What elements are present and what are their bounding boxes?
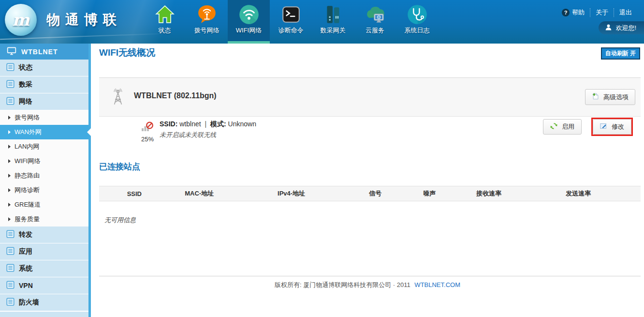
tab-status[interactable]: 状态	[144, 0, 186, 44]
list-icon	[6, 230, 15, 240]
footer-link[interactable]: WTBLNET.COM	[414, 281, 460, 288]
advanced-options-button[interactable]: 高级选项	[585, 89, 635, 105]
sidebar: WTBLNET 状态 数采 网络 拨号网络 WAN外网 LAN内网 WIF	[0, 44, 91, 317]
brand-logo: m 物通博联	[5, 4, 122, 36]
ssid-label: SSID:	[160, 120, 177, 128]
tab-wifi-network[interactable]: WIFI网络	[228, 0, 270, 44]
no-signal-icon	[141, 121, 154, 132]
router-admin-page: m 物通博联 状态 拨号网络 WIFI网络	[0, 0, 644, 317]
device-name: WTBLNET	[21, 48, 58, 56]
caret-right-icon	[8, 203, 11, 207]
column-ssid: SSID	[99, 190, 170, 197]
user-icon	[605, 24, 612, 32]
sidebar-item-forwarding[interactable]: 转发	[0, 226, 88, 243]
page-title: WIFI无线概况	[99, 46, 155, 59]
sidebar-sub-static-route[interactable]: 静态路由	[0, 168, 88, 183]
tab-diagnostic-command[interactable]: 诊断命令	[270, 0, 312, 44]
about-link[interactable]: 关于	[590, 8, 614, 17]
list-icon	[6, 281, 15, 290]
welcome-text: 欢迎您!	[615, 24, 636, 32]
top-header: m 物通博联 状态 拨号网络 WIFI网络	[0, 0, 644, 44]
sidebar-sub-network-diagnosis[interactable]: 网络诊断	[0, 183, 88, 197]
column-mac: MAC-地址	[170, 189, 229, 198]
refresh-icon	[550, 122, 557, 131]
header-links: ? 帮助 关于 退出	[556, 8, 637, 17]
ssid-value: wtblnet	[179, 120, 201, 128]
sidebar-item-system[interactable]: 系统	[0, 260, 88, 277]
caret-right-icon	[8, 217, 11, 221]
footer: 版权所有: 厦门物通博联网络科技有限公司 · 2011 WTBLNET.COM	[91, 281, 644, 289]
sidebar-item-status[interactable]: 状态	[0, 60, 88, 76]
main-content: WIFI无线概况 自动刷新 开 WTBLNET (802.11bgn) 高级选项	[91, 44, 644, 317]
sidebar-item-applications[interactable]: 应用	[0, 243, 88, 260]
wifi-panel-header: WTBLNET (802.11bgn) 高级选项	[99, 77, 641, 117]
wifi-status-text: 未开启或未关联无线	[160, 131, 216, 139]
sidebar-item-data-acquisition[interactable]: 数采	[0, 76, 88, 93]
modify-button[interactable]: 修改	[593, 119, 631, 135]
tab-data-gateway[interactable]: 数采网关	[312, 0, 354, 44]
sidebar-truncated-item	[0, 311, 88, 317]
enable-button[interactable]: 启用	[543, 119, 582, 135]
wifi-panel-title: WTBLNET (802.11bgn)	[134, 91, 217, 100]
sidebar-sub-lan[interactable]: LAN内网	[0, 139, 88, 154]
sidebar-sub-wifi[interactable]: WIFI网络	[0, 154, 88, 168]
logo-sphere-icon: m	[5, 4, 37, 36]
top-nav-tabs: 状态 拨号网络 WIFI网络 诊断命令	[144, 0, 438, 44]
list-icon	[6, 298, 15, 307]
connected-stations-title: 已连接站点	[99, 161, 140, 172]
ssid-info-line: SSID: wtblnet | 模式: Unknown	[160, 120, 256, 129]
list-icon	[6, 264, 15, 273]
column-signal: 信号	[353, 189, 397, 198]
sidebar-item-vpn[interactable]: VPN	[0, 277, 88, 294]
monitor-icon	[7, 46, 16, 57]
footer-divider	[99, 276, 641, 276]
list-icon	[6, 80, 15, 90]
caret-right-icon	[8, 116, 11, 120]
terminal-icon	[281, 3, 301, 26]
list-icon	[6, 97, 15, 106]
sidebar-sub-wan[interactable]: WAN外网	[0, 125, 88, 139]
sidebar-item-firewall[interactable]: 防火墙	[0, 294, 88, 311]
gateway-icon	[323, 3, 343, 26]
tab-system-log[interactable]: 系统日志	[396, 0, 438, 44]
sidebar-item-network[interactable]: 网络	[0, 93, 88, 110]
column-noise: 噪声	[397, 189, 462, 198]
help-icon: ?	[562, 9, 570, 16]
advanced-options-icon	[592, 92, 600, 102]
tab-cloud-service[interactable]: 云服务	[354, 0, 396, 44]
sidebar-sub-qos[interactable]: 服务质量	[0, 212, 88, 226]
antenna-tower-icon	[109, 88, 127, 108]
caret-right-icon	[8, 159, 11, 163]
signal-percent: 25%	[137, 136, 158, 143]
welcome-pill[interactable]: 欢迎您!	[599, 21, 644, 34]
separator: |	[203, 120, 208, 128]
wifi-status-row: 25% SSID: wtblnet | 模式: Unknown 未开启或未关联无…	[99, 116, 641, 150]
list-icon	[6, 63, 15, 73]
brand-name: 物通博联	[46, 11, 122, 29]
cloud-service-icon	[364, 3, 386, 26]
column-tx-rate: 发送速率	[516, 189, 641, 198]
signal-indicator: 25%	[137, 121, 158, 143]
caret-right-icon	[8, 174, 11, 178]
mode-value: Unknown	[228, 120, 256, 128]
auto-refresh-toggle[interactable]: 自动刷新 开	[601, 47, 640, 60]
empty-table-message: 无可用信息	[104, 216, 136, 225]
sidebar-sub-dial-network[interactable]: 拨号网络	[0, 110, 88, 125]
list-icon	[6, 247, 15, 257]
column-rx-rate: 接收速率	[462, 189, 516, 198]
sidebar-device-header: WTBLNET	[0, 44, 88, 60]
dial-network-icon	[197, 3, 217, 26]
stations-table-header: SSID MAC-地址 IPv4-地址 信号 噪声 接收速率 发送速率	[99, 186, 641, 201]
caret-right-icon	[8, 145, 11, 149]
system-log-icon	[407, 3, 428, 26]
column-ipv4: IPv4-地址	[229, 189, 354, 198]
edit-icon	[600, 122, 607, 131]
help-link[interactable]: ? 帮助	[556, 8, 590, 17]
tab-dial-network[interactable]: 拨号网络	[186, 0, 228, 44]
highlight-box: 修改	[591, 118, 633, 136]
mode-label: 模式:	[210, 120, 226, 128]
enable-button-wrap: 启用	[543, 119, 582, 135]
logout-link[interactable]: 退出	[614, 8, 637, 17]
sidebar-sub-gre-tunnel[interactable]: GRE隧道	[0, 197, 88, 212]
copyright-text: 版权所有: 厦门物通博联网络科技有限公司 · 2011	[275, 281, 410, 288]
